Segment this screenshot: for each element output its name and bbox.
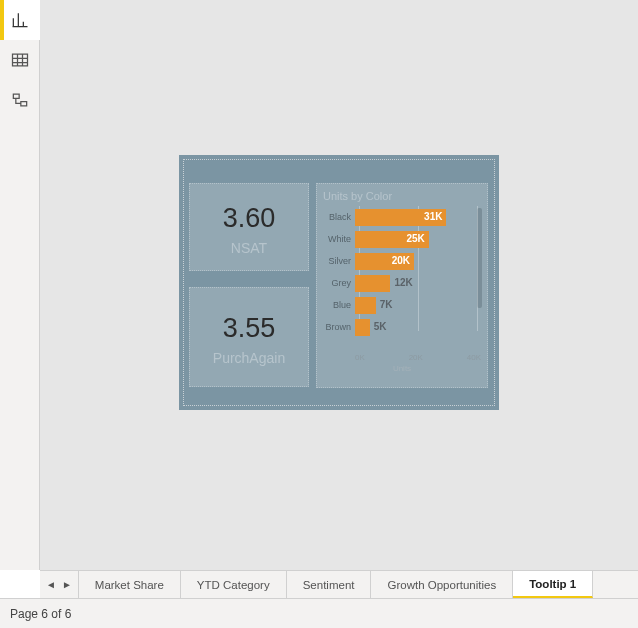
card-nsat[interactable]: 3.60 NSAT — [189, 183, 309, 271]
chart-category-label: Silver — [323, 256, 355, 266]
model-icon — [10, 90, 30, 110]
chart-bar[interactable]: 31K — [355, 209, 446, 226]
tab-next-button[interactable]: ► — [62, 579, 72, 590]
status-bar: Page 6 of 6 — [0, 598, 638, 628]
chart-row: Grey12K — [323, 272, 481, 294]
page-tab[interactable]: Sentiment — [287, 571, 372, 598]
chart-bar[interactable]: 25K — [355, 231, 429, 248]
page-tab[interactable]: Growth Opportunities — [371, 571, 513, 598]
card-nsat-label: NSAT — [231, 240, 267, 256]
page-tab[interactable]: YTD Category — [181, 571, 287, 598]
table-icon — [10, 50, 30, 70]
page-indicator: Page 6 of 6 — [10, 607, 71, 621]
chart-category-label: White — [323, 234, 355, 244]
data-view-button[interactable] — [0, 40, 40, 80]
card-purchagain[interactable]: 3.55 PurchAgain — [189, 287, 309, 387]
tooltip-page[interactable]: 3.60 NSAT 3.55 PurchAgain Units by Color… — [179, 155, 499, 410]
chart-row: Brown5K — [323, 316, 481, 338]
chart-tick: 20K — [409, 353, 423, 362]
chart-bar[interactable]: 12K — [355, 275, 390, 292]
report-canvas[interactable]: 3.60 NSAT 3.55 PurchAgain Units by Color… — [40, 0, 638, 570]
report-view-button[interactable] — [0, 0, 40, 40]
chart-category-label: Blue — [323, 300, 355, 310]
page-tab[interactable]: Tooltip 1 — [513, 571, 593, 598]
chart-row: Black31K — [323, 206, 481, 228]
bar-chart-icon — [10, 10, 30, 30]
view-rail — [0, 0, 40, 570]
chart-bar[interactable]: 5K — [355, 319, 370, 336]
chart-bar-label: 5K — [374, 321, 387, 332]
chart-units-by-color[interactable]: Units by Color Black31KWhite25KSilver20K… — [316, 183, 488, 388]
tabs-host: Market ShareYTD CategorySentimentGrowth … — [79, 571, 638, 598]
chart-category-label: Black — [323, 212, 355, 222]
chart-tick: 0K — [355, 353, 365, 362]
card-nsat-value: 3.60 — [223, 203, 276, 234]
chart-bar-label: 12K — [394, 277, 412, 288]
chart-bar[interactable]: 7K — [355, 297, 376, 314]
chart-category-label: Brown — [323, 322, 355, 332]
chart-bar[interactable]: 20K — [355, 253, 414, 270]
chart-bar-label: 20K — [392, 255, 410, 266]
tab-prev-button[interactable]: ◄ — [46, 579, 56, 590]
chart-row: Blue7K — [323, 294, 481, 316]
page-tab[interactable]: Market Share — [79, 571, 181, 598]
chart-title: Units by Color — [323, 190, 481, 202]
chart-bar-label: 31K — [424, 211, 442, 222]
chart-tick: 40K — [467, 353, 481, 362]
chart-bar-label: 7K — [380, 299, 393, 310]
chart-body: Black31KWhite25KSilver20KGrey12KBlue7KBr… — [323, 206, 481, 351]
chart-bar-label: 25K — [406, 233, 424, 244]
chart-row: White25K — [323, 228, 481, 250]
card-purch-value: 3.55 — [223, 313, 276, 344]
tab-nav: ◄ ► — [40, 571, 79, 598]
model-view-button[interactable] — [0, 80, 40, 120]
chart-row: Silver20K — [323, 250, 481, 272]
chart-xlabel: Units — [323, 364, 481, 373]
card-purch-label: PurchAgain — [213, 350, 285, 366]
page-tabs-bar: ◄ ► Market ShareYTD CategorySentimentGro… — [40, 570, 638, 598]
chart-axis: 0K20K40K — [355, 353, 481, 362]
chart-category-label: Grey — [323, 278, 355, 288]
